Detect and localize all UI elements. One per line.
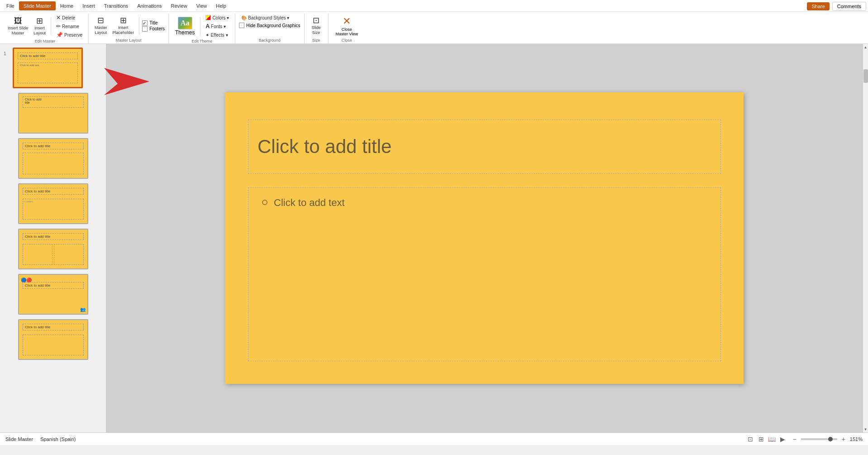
- scroll-thumb: [863, 69, 868, 83]
- colors-swatch: [205, 15, 211, 20]
- share-button[interactable]: Share: [807, 2, 829, 10]
- tab-insert[interactable]: Insert: [78, 1, 100, 10]
- slide-thumb-1[interactable]: Click to add title Click to add text: [13, 48, 83, 88]
- footers-checkbox-area: Footers: [142, 26, 165, 32]
- reading-view-button[interactable]: 📖: [768, 435, 777, 444]
- tab-home[interactable]: Home: [56, 1, 78, 10]
- themes-icon: Aa: [178, 17, 192, 29]
- right-scrollbar: ▲ ▼: [863, 44, 868, 432]
- fonts-button[interactable]: A Fonts ▾: [203, 22, 231, 30]
- fonts-label: Fonts ▾: [211, 24, 226, 29]
- view-buttons: ⊡ ⊞ 📖 ▶: [746, 435, 787, 444]
- tab-transitions[interactable]: Transitions: [100, 1, 133, 10]
- ribbon-group-edit-theme: Aa Themes Colors ▾ A Fonts ▾: [169, 14, 235, 43]
- ribbon-group-size: ⊡ SlideSize Size: [305, 14, 329, 43]
- tab-help[interactable]: Help: [211, 1, 231, 10]
- scroll-track[interactable]: [863, 50, 868, 426]
- thumb-title-1: Click to add title: [18, 53, 78, 59]
- effects-icon: ✦: [205, 33, 209, 38]
- slide-thumb-5[interactable]: Click to add title: [18, 229, 88, 269]
- ribbon-group-close: ✕ CloseMaster View Close: [329, 14, 365, 43]
- slide-thumb-2[interactable]: Click to addtitle: [18, 93, 88, 134]
- language-label: Spanish (Spain): [40, 436, 76, 442]
- slide-sorter-button[interactable]: ⊞: [757, 435, 766, 444]
- title-checkbox-area: ✓ Title: [142, 20, 165, 26]
- ribbon-group-background: 🎨 Background Styles ▾ Hide Background Gr…: [235, 14, 305, 43]
- thumb-people-6: 👥: [80, 307, 86, 312]
- slide-thumb-4[interactable]: Click to add title • content: [18, 183, 88, 224]
- rename-button[interactable]: ✏ Rename: [54, 22, 85, 30]
- slide-thumb-6[interactable]: 🔵🔴 Click to add title 👥: [18, 274, 88, 315]
- tab-view[interactable]: View: [192, 1, 212, 10]
- zoom-in-button[interactable]: +: [839, 435, 848, 444]
- preserve-label: Preserve: [64, 33, 82, 38]
- zoom-controls: − + 151%: [790, 435, 863, 444]
- slide-thumb-3[interactable]: Click to add title: [18, 138, 88, 179]
- title-checkbox[interactable]: ✓: [142, 20, 148, 26]
- rename-icon: ✏: [56, 23, 61, 29]
- svg-marker-0: [104, 68, 149, 95]
- background-styles-button[interactable]: 🎨 Background Styles ▾: [239, 14, 291, 22]
- red-arrow-annotation: [100, 59, 154, 113]
- preserve-icon: 📌: [56, 32, 63, 38]
- slide-thumb-container-6: 🔵🔴 Click to add title 👥: [0, 274, 106, 315]
- main-slide-canvas[interactable]: Click to add title Click to add text: [225, 92, 744, 384]
- themes-button[interactable]: Aa Themes: [172, 15, 197, 38]
- thumb-content-3: [23, 153, 84, 174]
- slide-thumb-container-2: Click to addtitle: [0, 93, 106, 134]
- normal-view-button[interactable]: ⊡: [746, 435, 755, 444]
- delete-icon: ✕: [56, 14, 61, 21]
- effects-label: Effects ▾: [210, 33, 228, 38]
- background-styles-label: Background Styles ▾: [248, 15, 289, 20]
- master-layout-group-label: Master Layout: [92, 38, 165, 43]
- preserve-button[interactable]: 📌 Preserve: [54, 31, 85, 39]
- tab-slide-master[interactable]: Slide Master: [19, 1, 56, 10]
- tab-review[interactable]: Review: [167, 1, 192, 10]
- close-group-label: Close: [332, 38, 362, 43]
- tab-file[interactable]: File: [2, 1, 19, 10]
- separator-3: [200, 17, 200, 35]
- delete-button[interactable]: ✕ Delete: [54, 14, 85, 22]
- tab-animations[interactable]: Animations: [133, 1, 166, 10]
- thumb-content-4: • content: [23, 199, 84, 220]
- ribbon-group-master-layout: ⊟ MasterLayout ⊞ InsertPlaceholder ✓ Tit…: [89, 14, 169, 43]
- insert-placeholder-label: InsertPlaceholder: [113, 25, 134, 35]
- zoom-out-button[interactable]: −: [790, 435, 799, 444]
- title-placeholder[interactable]: Click to add title: [248, 120, 721, 174]
- effects-button[interactable]: ✦ Effects ▾: [203, 31, 231, 39]
- colors-button[interactable]: Colors ▾: [203, 14, 231, 22]
- slide-thumb-container-5: Click to add title: [0, 229, 106, 269]
- delete-label: Delete: [62, 15, 75, 20]
- content-placeholder[interactable]: Click to add text: [248, 187, 721, 361]
- thumb-title-7: Click to add title: [23, 324, 84, 330]
- footers-checkbox[interactable]: [142, 26, 148, 32]
- status-left: Slide Master Spanish (Spain): [5, 436, 76, 442]
- comments-button[interactable]: Comments: [832, 2, 866, 11]
- slide-thumb-7[interactable]: Click to add title: [18, 319, 88, 360]
- slide-thumb-container-1: 1 Click to add title Click to add text: [0, 48, 106, 88]
- close-master-view-button[interactable]: ✕ CloseMaster View: [332, 14, 362, 37]
- zoom-slider-thumb: [828, 437, 833, 441]
- canvas-area: Click to add title Click to add text: [106, 44, 863, 432]
- slide-show-button[interactable]: ▶: [778, 435, 787, 444]
- separator-2: [139, 17, 139, 35]
- thumb-content-7: [23, 335, 84, 355]
- bullet-icon: [262, 200, 267, 205]
- scroll-down-button[interactable]: ▼: [863, 426, 868, 432]
- insert-layout-button[interactable]: ⊞ InsertLayout: [31, 15, 48, 38]
- master-layout-button[interactable]: ⊟ MasterLayout: [92, 14, 110, 37]
- insert-slide-master-label: Insert SlideMaster: [8, 26, 28, 36]
- hide-background-label: Hide Background Graphics: [246, 23, 300, 28]
- size-group-label: Size: [308, 38, 324, 43]
- scroll-up-button[interactable]: ▲: [863, 44, 868, 50]
- slide-panel: 1 Click to add title Click to add text C…: [0, 44, 106, 432]
- insert-slide-master-button[interactable]: 🖼 Insert SlideMaster: [5, 15, 30, 38]
- status-bar: Slide Master Spanish (Spain) ⊡ ⊞ 📖 ▶ − +…: [0, 432, 868, 445]
- zoom-slider[interactable]: [801, 438, 837, 440]
- slide-size-button[interactable]: ⊡ SlideSize: [308, 14, 324, 37]
- thumb-two-col-5: [23, 244, 84, 265]
- insert-placeholder-button[interactable]: ⊞ InsertPlaceholder: [110, 14, 137, 37]
- title-placeholder-text: Click to add title: [258, 136, 391, 158]
- hide-background-checkbox[interactable]: [239, 23, 244, 28]
- close-master-view-icon: ✕: [343, 15, 351, 27]
